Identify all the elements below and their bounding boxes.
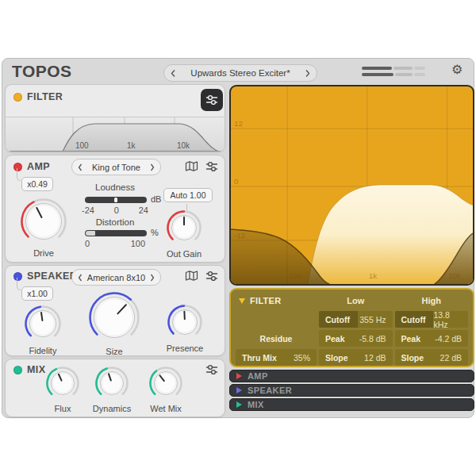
filter-status-dot[interactable] xyxy=(13,93,22,102)
amp-model-selector[interactable]: King of Tone xyxy=(71,159,161,175)
meter-row-right xyxy=(362,73,425,76)
out_gain-knob-dial[interactable] xyxy=(167,210,202,245)
svg-text:0: 0 xyxy=(234,177,239,186)
out-gain-knob-label: Out Gain xyxy=(167,249,202,259)
speaker-multiplier-value[interactable]: x1.00 xyxy=(21,286,53,301)
presence-knob-dial[interactable] xyxy=(167,305,202,340)
preset-name[interactable]: Upwards Stereo Exciter* xyxy=(190,68,290,78)
loudness-title: Loudness xyxy=(82,182,148,192)
slope-low-cell[interactable]: Slope 12 dB xyxy=(319,349,393,366)
presence-knob-label: Presence xyxy=(167,344,203,353)
amp-browse-map-icon[interactable] xyxy=(185,160,198,172)
flux-knob[interactable]: Flux xyxy=(46,367,79,403)
loudness-slider[interactable] xyxy=(85,197,147,203)
distortion-scale: 0100 xyxy=(85,239,145,248)
speaker-browse-map-icon[interactable] xyxy=(185,270,198,282)
slope-high-cell[interactable]: Slope 22 dB xyxy=(395,349,469,366)
dynamics-knob-dial[interactable] xyxy=(95,367,129,400)
next-speaker-icon[interactable] xyxy=(150,274,155,282)
speaker-model-name[interactable]: American 8x10 xyxy=(87,273,145,282)
svg-text:100: 100 xyxy=(75,141,89,150)
svg-text:10k: 10k xyxy=(177,141,190,150)
amp-settings-icon[interactable] xyxy=(205,161,218,172)
filter-section: FILTER 100 1k 10k xyxy=(5,84,225,152)
speaker-section-label: SPEAKER xyxy=(27,271,77,282)
speaker-dot-connector xyxy=(17,278,21,290)
speaker-model-selector[interactable]: American 8x10 xyxy=(71,269,161,286)
filter-parameter-panel: FILTER Low High Cutoff 355 Hz Cutoff 13.… xyxy=(229,288,474,367)
out-gain-knob[interactable]: Out Gain xyxy=(167,210,202,248)
distortion-slider-fill[interactable] xyxy=(86,231,95,236)
drive-knob-dial[interactable] xyxy=(21,198,67,244)
svg-text:-12: -12 xyxy=(234,231,245,240)
plugin-screenshot: TOPOS Upwards Stereo Exciter* ⚙ FILTER xyxy=(0,0,476,476)
empty-cell xyxy=(236,311,317,328)
filter-curve-display[interactable]: 100 1k 10k xyxy=(6,117,225,152)
fidelity-knob-dial[interactable] xyxy=(25,305,61,342)
column-header-low: Low xyxy=(319,293,393,309)
dynamics-knob[interactable]: Dynamics xyxy=(95,367,129,403)
amp-section-label: AMP xyxy=(27,161,50,172)
size-knob-dial[interactable] xyxy=(89,292,140,343)
fidelity-knob-label: Fidelity xyxy=(29,346,57,355)
svg-text:12: 12 xyxy=(234,119,243,128)
svg-text:100: 100 xyxy=(289,271,302,280)
svg-text:1k: 1k xyxy=(127,141,136,150)
loudness-unit: dB xyxy=(151,194,161,204)
presence-knob[interactable]: Presence xyxy=(167,305,202,343)
thru-mix-cell[interactable]: Thru Mix 35% xyxy=(236,349,317,366)
residue-cell[interactable]: Residue xyxy=(236,330,317,347)
settings-gear-icon[interactable]: ⚙ xyxy=(451,62,463,77)
preset-selector[interactable]: Upwards Stereo Exciter* xyxy=(163,64,317,82)
prev-amp-icon[interactable] xyxy=(78,163,83,171)
filter-panel-header[interactable]: FILTER xyxy=(236,293,317,309)
distortion-slider[interactable] xyxy=(85,230,147,236)
expand-triangle-icon xyxy=(236,387,242,393)
collapsed-amp-label: AMP xyxy=(248,371,268,381)
mix-section-label: MIX xyxy=(27,364,45,375)
amp-model-name[interactable]: King of Tone xyxy=(92,163,140,172)
wet_mix-knob-dial[interactable] xyxy=(149,367,182,400)
plugin-window: TOPOS Upwards Stereo Exciter* ⚙ FILTER xyxy=(2,58,474,418)
svg-text:1k: 1k xyxy=(369,271,377,280)
peak-low-cell[interactable]: Peak -5.8 dB xyxy=(319,330,393,347)
wet-mix-knob[interactable]: Wet Mix xyxy=(149,367,182,403)
mix-status-dot[interactable] xyxy=(13,366,22,374)
cutoff-high-cell[interactable]: Cutoff 13.8 kHz xyxy=(395,311,469,328)
loudness-slider-handle[interactable] xyxy=(114,198,117,202)
wet-mix-knob-label: Wet Mix xyxy=(150,404,182,413)
filter-expand-button[interactable] xyxy=(201,89,223,111)
mix-settings-icon[interactable] xyxy=(205,364,218,375)
level-meter xyxy=(362,67,425,76)
sliders-icon xyxy=(205,94,218,106)
cutoff-low-cell[interactable]: Cutoff 355 Hz xyxy=(319,311,393,328)
distortion-unit: % xyxy=(151,228,159,237)
response-analyzer[interactable]: 12 0 -12 100 1k 10k xyxy=(229,85,474,286)
collapsed-mix-bar[interactable]: MIX xyxy=(229,398,474,411)
next-preset-icon[interactable] xyxy=(305,69,310,78)
amp-multiplier-value[interactable]: x0.49 xyxy=(21,177,53,191)
collapsed-speaker-bar[interactable]: SPEAKER xyxy=(229,384,474,397)
prev-preset-icon[interactable] xyxy=(171,69,176,78)
column-header-high: High xyxy=(395,293,469,309)
collapsed-amp-bar[interactable]: AMP xyxy=(229,370,474,382)
filter-section-label: FILTER xyxy=(27,91,63,102)
next-amp-icon[interactable] xyxy=(150,163,155,171)
flux-knob-dial[interactable] xyxy=(46,367,79,400)
size-knob[interactable]: Size xyxy=(89,292,140,346)
peak-high-cell[interactable]: Peak -4.2 dB xyxy=(395,330,469,347)
collapsed-mix-label: MIX xyxy=(248,400,264,409)
flux-knob-label: Flux xyxy=(55,404,71,413)
filter-panel-title: FILTER xyxy=(250,296,281,305)
drive-knob[interactable]: Drive xyxy=(21,198,67,248)
auto-gain-value[interactable]: Auto 1.00 xyxy=(163,188,213,202)
mix-section: MIX Flux Dynamics Wet Mix xyxy=(5,359,225,417)
expand-triangle-icon xyxy=(236,373,242,379)
size-knob-label: Size xyxy=(106,347,122,356)
fidelity-knob[interactable]: Fidelity xyxy=(25,305,61,345)
speaker-settings-icon[interactable] xyxy=(205,271,218,282)
dynamics-knob-label: Dynamics xyxy=(93,404,131,413)
auto-gain-connector xyxy=(186,204,187,210)
prev-speaker-icon[interactable] xyxy=(78,274,83,282)
app-title: TOPOS xyxy=(12,62,72,81)
